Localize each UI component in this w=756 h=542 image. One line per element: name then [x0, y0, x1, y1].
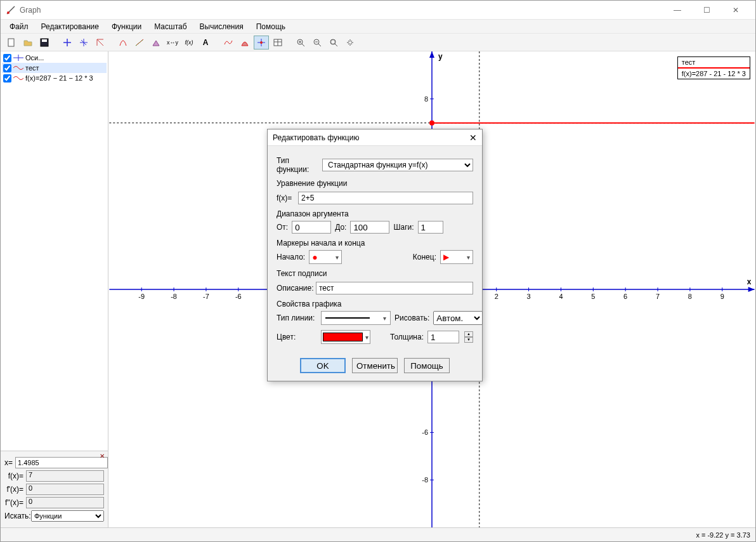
- start-marker-select[interactable]: ●▾: [309, 250, 342, 264]
- svg-rect-1: [8, 39, 14, 46]
- fpx-label: f'(x)=: [4, 485, 26, 494]
- titlebar: Graph — ☐ ✕: [1, 1, 755, 20]
- wave-icon: [13, 65, 23, 71]
- markers-title: Маркеры начала и конца: [277, 239, 473, 248]
- text-button[interactable]: A: [198, 36, 213, 50]
- svg-text:3: 3: [527, 293, 531, 300]
- x-input[interactable]: [15, 457, 108, 468]
- fppx-label: f''(x)=: [4, 498, 26, 507]
- description-label: Описание:: [277, 284, 316, 293]
- toolbar: x↔y f(x) A: [1, 34, 755, 51]
- equation-label: f(x)=: [277, 194, 298, 202]
- caption-title: Текст подписи: [277, 269, 473, 278]
- function-type-select[interactable]: Стандартная функция y=f(x): [322, 159, 473, 171]
- shade-button[interactable]: [148, 36, 164, 50]
- trace-button[interactable]: [254, 36, 269, 50]
- xy-button[interactable]: x↔y: [165, 36, 180, 50]
- parabola-button[interactable]: [115, 36, 131, 50]
- cancel-button[interactable]: Отменить: [352, 358, 398, 373]
- svg-rect-3: [42, 39, 47, 42]
- cross-button[interactable]: [76, 36, 91, 50]
- to-label: До:: [335, 223, 346, 232]
- linetype-label: Тип линии:: [277, 314, 317, 322]
- menu-file[interactable]: Файл: [3, 20, 35, 33]
- status-coords: x = -9.22 y = 3.73: [696, 531, 750, 539]
- curve-button[interactable]: [221, 36, 236, 50]
- svg-text:y: y: [438, 52, 443, 61]
- panel-close-icon[interactable]: ✕: [98, 453, 107, 461]
- menu-scale[interactable]: Масштаб: [148, 20, 193, 33]
- evaluate-panel: ✕ x= ▲▼ f(x)= 7 f'(x)= 0 f''(x)= 0 Искат…: [1, 451, 108, 527]
- from-label: От:: [277, 223, 288, 232]
- checkbox[interactable]: [3, 54, 11, 62]
- fx-button[interactable]: f(x): [181, 36, 197, 50]
- dialog-title: Редактировать функцию: [273, 133, 359, 142]
- ok-button[interactable]: OK: [300, 358, 346, 373]
- color-select[interactable]: ▾: [321, 330, 370, 344]
- menu-edit[interactable]: Редактирование: [35, 20, 105, 33]
- open-button[interactable]: [20, 36, 36, 50]
- width-spinner[interactable]: ▲▼: [464, 331, 473, 343]
- search-select[interactable]: Функции: [31, 510, 104, 522]
- list-item-label: f(x)=287 − 21 − 12 * 3: [25, 74, 93, 82]
- svg-point-0: [7, 11, 10, 14]
- list-item-func2[interactable]: f(x)=287 − 21 − 12 * 3: [2, 73, 107, 83]
- svg-text:8: 8: [424, 95, 428, 103]
- svg-text:-8: -8: [422, 476, 428, 484]
- axes-icon: [13, 55, 23, 61]
- menu-help[interactable]: Помощь: [250, 20, 292, 33]
- range-title: Диапазон аргумента: [277, 209, 473, 218]
- pan-button[interactable]: [342, 36, 358, 50]
- width-input[interactable]: [427, 331, 459, 343]
- fx-value: 7: [26, 470, 104, 482]
- width-label: Толщина:: [390, 333, 424, 341]
- zoom-in-button[interactable]: [293, 36, 308, 50]
- list-item-axes[interactable]: Оси...: [2, 53, 107, 63]
- fill-button[interactable]: [237, 36, 252, 50]
- zoom-out-button[interactable]: [310, 36, 325, 50]
- draw-select[interactable]: Автом.: [433, 311, 483, 325]
- menubar: Файл Редактирование Функции Масштаб Вычи…: [1, 20, 755, 34]
- list-item-func1[interactable]: тест: [2, 63, 107, 73]
- svg-text:-6: -6: [422, 428, 428, 436]
- minimize-button[interactable]: —: [663, 1, 692, 20]
- color-label: Цвет:: [277, 333, 317, 341]
- svg-text:-7: -7: [203, 293, 209, 300]
- save-button[interactable]: [37, 36, 52, 50]
- equation-input[interactable]: [298, 192, 473, 204]
- steps-input[interactable]: [418, 221, 443, 234]
- end-marker-select[interactable]: ▶▾: [440, 250, 473, 264]
- svg-marker-13: [748, 287, 755, 292]
- function-list[interactable]: Оси... тест f(x)=287 − 21 − 12 * 3: [1, 51, 108, 451]
- tangent-button[interactable]: [132, 36, 147, 50]
- wave-icon: [13, 75, 23, 81]
- new-button[interactable]: [4, 36, 19, 50]
- linetype-select[interactable]: ▾: [321, 311, 391, 325]
- grid-button[interactable]: [93, 36, 108, 50]
- close-button[interactable]: ✕: [721, 1, 750, 20]
- dialog-close-icon[interactable]: ✕: [469, 133, 477, 143]
- svg-text:-8: -8: [171, 293, 177, 300]
- table-button[interactable]: [270, 36, 285, 50]
- legend-title: тест: [682, 58, 696, 66]
- search-label: Искать:: [4, 512, 31, 520]
- window-title: Graph: [20, 6, 663, 15]
- menu-calc[interactable]: Вычисления: [193, 20, 250, 33]
- checkbox[interactable]: [3, 74, 11, 83]
- style-title: Свойства графика: [277, 300, 473, 308]
- description-input[interactable]: [316, 282, 473, 294]
- legend-formula: f(x)=287 - 21 - 12 * 3: [682, 70, 746, 77]
- from-input[interactable]: [292, 221, 331, 234]
- help-button[interactable]: Помощь: [404, 358, 450, 373]
- axes-button[interactable]: [60, 36, 75, 50]
- svg-text:4: 4: [559, 293, 563, 300]
- list-item-label: тест: [25, 64, 39, 72]
- maximize-button[interactable]: ☐: [692, 1, 721, 20]
- svg-text:-6: -6: [235, 293, 242, 300]
- checkbox[interactable]: [3, 64, 11, 72]
- svg-point-49: [429, 121, 434, 126]
- menu-functions[interactable]: Функции: [105, 20, 148, 33]
- svg-text:6: 6: [623, 293, 627, 300]
- to-input[interactable]: [350, 221, 389, 234]
- zoom-fit-button[interactable]: [326, 36, 341, 50]
